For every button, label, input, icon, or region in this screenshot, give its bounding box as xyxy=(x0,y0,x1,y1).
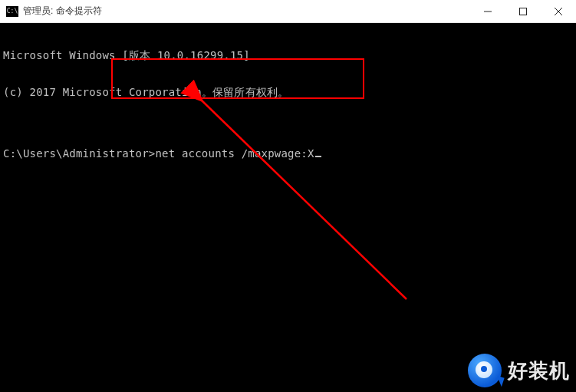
close-icon xyxy=(555,8,562,15)
svg-line-5 xyxy=(201,100,406,299)
minimize-button[interactable] xyxy=(470,0,505,23)
minimize-icon xyxy=(484,8,492,15)
terminal-line-version: Microsoft Windows [版本 10.0.16299.15] xyxy=(3,49,573,61)
titlebar[interactable]: C:\ 管理员: 命令提示符 xyxy=(0,0,576,23)
close-button[interactable] xyxy=(541,0,576,23)
terminal-prompt-line: C:\Users\Administrator>net accounts /max… xyxy=(3,147,573,160)
terminal-cursor xyxy=(315,156,321,157)
terminal-prompt: C:\Users\Administrator> xyxy=(3,147,155,160)
command-prompt-window: C:\ 管理员: 命令提示符 Microsoft Windows [版本 10.… xyxy=(0,0,576,392)
terminal-line-copyright: (c) 2017 Microsoft Corporation。保留所有权利。 xyxy=(3,86,573,98)
watermark: 好装机 xyxy=(468,354,570,387)
window-title: 管理员: 命令提示符 xyxy=(23,5,102,18)
maximize-button[interactable] xyxy=(505,0,541,23)
window-controls xyxy=(470,0,576,23)
terminal-body[interactable]: Microsoft Windows [版本 10.0.16299.15] (c)… xyxy=(0,23,576,392)
annotation-arrow xyxy=(0,23,576,392)
watermark-logo-icon xyxy=(468,354,502,387)
maximize-icon xyxy=(519,8,527,15)
app-icon: C:\ xyxy=(6,6,18,17)
terminal-command: net accounts /maxpwage:X xyxy=(155,147,314,160)
svg-rect-1 xyxy=(520,8,527,15)
